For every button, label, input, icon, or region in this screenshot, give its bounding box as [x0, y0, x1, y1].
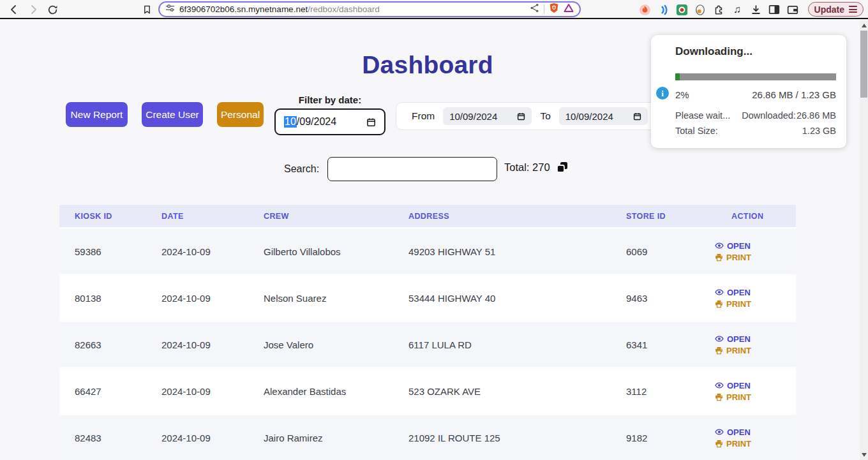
search-input[interactable]	[327, 157, 497, 181]
scrollbar[interactable]	[860, 20, 868, 460]
cell-address: 523 OZARK AVE	[408, 386, 626, 397]
cell-kiosk-id: 66427	[75, 386, 161, 397]
open-link-label: OPEN	[727, 381, 751, 390]
progress-percent: 2%	[675, 89, 689, 100]
open-link-label: OPEN	[727, 288, 751, 297]
cell-address: 49203 HIGHWAY 51	[408, 246, 626, 257]
new-report-button[interactable]: New Report	[66, 102, 128, 127]
sidebar-toggle-icon[interactable]	[768, 3, 781, 16]
downloads-icon[interactable]	[749, 3, 762, 16]
progress-bar-fill	[675, 73, 680, 80]
cell-kiosk-id: 59386	[75, 246, 161, 257]
col-crew: CREW	[264, 212, 408, 221]
printer-icon	[715, 393, 723, 401]
url-bar[interactable]: 6f3906702b06.sn.mynetname.net/redbox/das…	[158, 1, 581, 17]
cell-date: 2024-10-09	[161, 386, 264, 397]
to-date-input[interactable]: 10/09/2024	[559, 107, 648, 125]
cell-action: OPEN PRINT	[715, 241, 796, 262]
personal-button[interactable]: Personal	[217, 102, 264, 127]
col-kiosk-id: KIOSK ID	[75, 212, 161, 221]
printer-icon	[715, 346, 723, 355]
bookmark-icon[interactable]	[139, 2, 154, 17]
cell-crew: Nelson Suarez	[264, 293, 408, 304]
browser-toolbar: 6f3906702b06.sn.mynetname.net/redbox/das…	[0, 0, 868, 19]
menu-hamburger-icon[interactable]	[849, 6, 857, 13]
eye-icon	[715, 242, 724, 249]
col-store-id: STORE ID	[626, 212, 731, 221]
cell-date: 2024-10-09	[161, 339, 264, 350]
table-row: 66427 2024-10-09 Alexander Bastidas 523 …	[59, 367, 796, 413]
scroll-down-arrow[interactable]	[862, 453, 867, 457]
from-date-input[interactable]: 10/09/2024	[443, 107, 532, 125]
site-settings-icon[interactable]	[165, 3, 175, 15]
info-icon: i	[655, 86, 670, 103]
cell-date: 2024-10-09	[161, 293, 264, 304]
col-action: ACTION	[731, 212, 796, 221]
print-link[interactable]: PRINT	[715, 392, 796, 402]
col-date: DATE	[161, 212, 264, 221]
reload-button[interactable]	[45, 2, 60, 17]
print-link[interactable]: PRINT	[715, 253, 796, 262]
brave-rewards-icon[interactable]	[564, 3, 574, 15]
cell-action: OPEN PRINT	[715, 288, 796, 309]
open-link[interactable]: OPEN	[715, 288, 796, 297]
please-wait-text: Please wait...	[675, 110, 730, 121]
brave-shield-icon[interactable]	[549, 3, 559, 16]
print-link[interactable]: PRINT	[715, 346, 796, 355]
open-link[interactable]: OPEN	[715, 381, 796, 390]
date-rest: /09/2024	[297, 116, 336, 128]
table-row: 80138 2024-10-09 Nelson Suarez 53444 HIG…	[59, 274, 796, 320]
filter-date-input[interactable]: 10/09/2024	[274, 108, 385, 135]
wallet-icon[interactable]	[786, 3, 799, 16]
green-badge-extension-icon[interactable]	[675, 3, 688, 16]
sound-wave-extension-icon[interactable]	[657, 3, 670, 16]
table-body: 59386 2024-10-09 Gilberto Villalobos 492…	[59, 227, 796, 460]
forward-button[interactable]	[26, 2, 41, 17]
print-link[interactable]: PRINT	[715, 439, 796, 449]
open-link[interactable]: OPEN	[715, 241, 796, 251]
eye-icon	[715, 428, 724, 436]
print-link[interactable]: PRINT	[715, 299, 796, 309]
printer-icon	[715, 253, 723, 262]
print-link-label: PRINT	[726, 392, 751, 402]
music-note-icon[interactable]: ♫	[731, 3, 744, 16]
kiosk-table: KIOSK ID DATE CREW ADDRESS STORE ID ACTI…	[59, 205, 796, 460]
scroll-thumb[interactable]	[860, 31, 867, 98]
total-value: 270	[532, 161, 550, 173]
print-link-label: PRINT	[726, 439, 751, 449]
url-text[interactable]: 6f3906702b06.sn.mynetname.net/redbox/das…	[179, 4, 380, 14]
cell-kiosk-id: 80138	[75, 293, 161, 304]
copy-icon[interactable]	[556, 161, 569, 174]
date-range-card: From 10/09/2024 To 10/09/2024	[396, 102, 664, 130]
open-link[interactable]: OPEN	[715, 334, 796, 344]
flame-extension-icon[interactable]	[638, 3, 651, 16]
cell-crew: Jose Valero	[264, 339, 408, 350]
downloaded-label: Downloaded:	[742, 110, 796, 121]
cell-action: OPEN PRINT	[715, 381, 796, 402]
open-link[interactable]: OPEN	[715, 427, 796, 437]
cell-address: 21092 IL ROUTE 125	[408, 433, 626, 443]
printer-icon	[715, 300, 723, 308]
extensions-puzzle-icon[interactable]	[712, 3, 725, 16]
create-user-button[interactable]: Create User	[142, 102, 203, 127]
total-size-label: Total Size:	[675, 126, 718, 136]
total-counter: Total: 270	[504, 161, 569, 174]
scroll-up-arrow[interactable]	[862, 24, 867, 27]
to-label: To	[540, 110, 550, 122]
cell-kiosk-id: 82483	[75, 433, 161, 443]
progress-ratio: 26.86 MB / 1.23 GB	[752, 89, 836, 100]
back-button[interactable]	[6, 2, 22, 17]
svg-text:i: i	[661, 89, 664, 98]
from-date-value: 10/09/2024	[449, 111, 497, 122]
eye-icon	[715, 382, 724, 389]
share-icon[interactable]	[530, 3, 539, 15]
update-button[interactable]: Update	[808, 2, 864, 17]
download-popup: i Downloading... 2% 26.86 MB / 1.23 GB P…	[651, 35, 846, 148]
from-label: From	[412, 110, 435, 122]
total-size-value: 1.23 GB	[802, 126, 836, 136]
cell-action: OPEN PRINT	[715, 427, 796, 449]
eye-icon	[715, 288, 724, 296]
cell-date: 2024-10-09	[161, 246, 264, 257]
table-row: 59386 2024-10-09 Gilberto Villalobos 492…	[59, 227, 796, 274]
recorder-extension-icon[interactable]	[694, 3, 707, 16]
